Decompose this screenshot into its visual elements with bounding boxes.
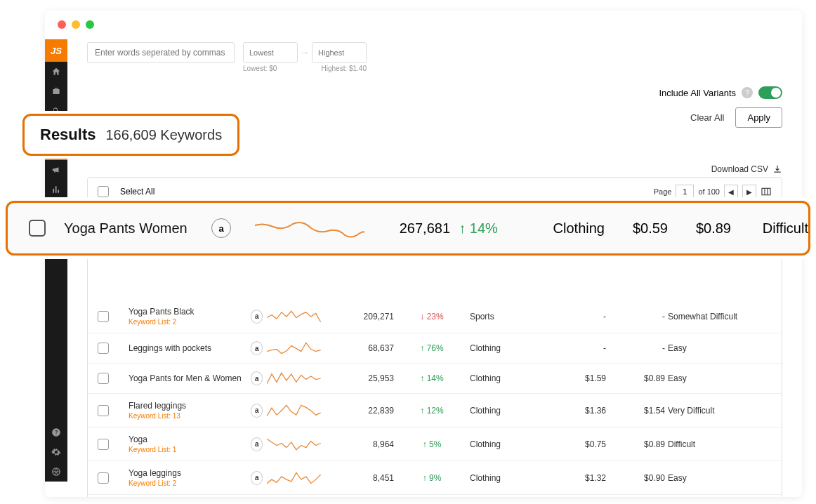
keyword-text: Yoga leggings bbox=[129, 468, 248, 478]
highest-input[interactable] bbox=[312, 42, 367, 63]
amazon-icon[interactable]: a bbox=[251, 437, 263, 451]
ppc-exact-cell: $0.59 bbox=[605, 220, 668, 237]
keyword-text: Yoga bbox=[129, 435, 248, 444]
row-checkbox[interactable] bbox=[98, 472, 109, 484]
table-row: Yoga Pants for Men & Womena25,953↑ 14%Cl… bbox=[88, 364, 782, 394]
ppc-exact-cell: - bbox=[550, 312, 606, 321]
table-row: Leggings with pocketsa68,637↑ 76%Clothin… bbox=[88, 333, 782, 364]
ease-cell: Somewhat Difficult bbox=[668, 312, 738, 321]
amazon-icon[interactable]: a bbox=[211, 218, 231, 238]
table-row: Flared leggingsKeyword List: 13a22,839↑ … bbox=[88, 394, 782, 427]
volume-cell: 8,964 bbox=[324, 439, 394, 449]
briefcase-icon[interactable] bbox=[45, 81, 67, 101]
select-all-checkbox[interactable] bbox=[98, 186, 109, 197]
page-of: of 100 bbox=[698, 187, 720, 196]
volume-cell: 8,451 bbox=[324, 473, 394, 483]
page-label: Page bbox=[654, 187, 672, 196]
words-input[interactable] bbox=[87, 42, 235, 63]
amazon-icon[interactable]: a bbox=[251, 341, 263, 355]
minimize-icon[interactable] bbox=[72, 20, 80, 29]
category-cell: Clothing bbox=[470, 406, 547, 416]
arrow-right-icon: → bbox=[301, 48, 309, 58]
category-cell: Clothing bbox=[470, 373, 547, 383]
keyword-text: Leggings with pockets bbox=[129, 343, 248, 353]
ease-cell: Very Difficult bbox=[668, 406, 738, 416]
lowest-input[interactable] bbox=[243, 42, 298, 63]
ppc-broad-cell: $0.90 bbox=[609, 473, 665, 483]
sparkline bbox=[267, 437, 321, 452]
results-title: Results bbox=[40, 126, 96, 144]
table-row: YogaKeyword List: 1a8,964↑ 5%Clothing$0.… bbox=[88, 427, 782, 461]
keyword-text: Yoga Pants Black bbox=[129, 307, 248, 317]
keyword-cell: Flared leggingsKeyword List: 13 bbox=[129, 401, 248, 420]
category-cell: Clothing bbox=[470, 343, 547, 353]
variants-toggle[interactable] bbox=[758, 86, 782, 99]
ppc-exact-cell: - bbox=[550, 343, 606, 353]
ppc-exact-cell: $0.75 bbox=[550, 439, 606, 449]
page-input[interactable] bbox=[676, 185, 694, 199]
volume-cell: 68,637 bbox=[324, 343, 394, 353]
trend-cell: ↑ 14% bbox=[450, 220, 506, 237]
sparkline bbox=[267, 470, 321, 486]
ease-cell: Difficult bbox=[731, 220, 808, 237]
keyword-cell: Leggings with pockets bbox=[129, 343, 248, 353]
home-icon[interactable] bbox=[45, 62, 67, 81]
help-icon[interactable]: ? bbox=[742, 87, 753, 98]
ppc-broad-cell: $1.54 bbox=[609, 406, 665, 416]
keyword-cell: YogaKeyword List: 1 bbox=[129, 435, 248, 453]
ppc-broad-cell: - bbox=[609, 312, 665, 321]
keyword-text: Flared leggings bbox=[129, 401, 248, 411]
amazon-icon[interactable]: a bbox=[251, 371, 263, 385]
maximize-icon[interactable] bbox=[86, 20, 94, 29]
prev-page-button[interactable]: ◀ bbox=[724, 185, 738, 199]
gear-icon[interactable] bbox=[45, 442, 67, 462]
sparkline bbox=[267, 403, 321, 418]
ppc-exact-cell: $1.32 bbox=[550, 473, 606, 483]
ppc-broad-cell: $0.89 bbox=[609, 439, 665, 449]
next-page-button[interactable]: ▶ bbox=[742, 185, 756, 199]
keyword-cell: Yoga leggingsKeyword List: 2 bbox=[129, 468, 248, 487]
close-icon[interactable] bbox=[58, 20, 66, 29]
clear-all-link[interactable]: Clear All bbox=[690, 112, 724, 123]
amazon-icon[interactable]: a bbox=[251, 310, 263, 324]
chart-icon[interactable] bbox=[45, 180, 67, 199]
ease-cell: Easy bbox=[668, 373, 738, 383]
ppc-broad-cell: $0.89 bbox=[668, 220, 731, 237]
amazon-icon[interactable]: a bbox=[251, 471, 263, 485]
columns-config-icon[interactable] bbox=[761, 186, 772, 197]
category-cell: Sports bbox=[470, 312, 547, 321]
app-logo[interactable]: JS bbox=[45, 39, 67, 62]
highest-label: Highest: $1.40 bbox=[322, 65, 367, 72]
apply-button[interactable]: Apply bbox=[735, 107, 782, 128]
aperture-icon[interactable] bbox=[45, 462, 67, 482]
trend-cell: ↑ 12% bbox=[397, 406, 467, 416]
highlighted-row: Yoga Pants Women a 267,681 ↑ 14% Clothin… bbox=[6, 201, 810, 256]
sparkline bbox=[267, 309, 321, 324]
variants-label: Include All Variants bbox=[659, 88, 736, 98]
volume-cell: 209,271 bbox=[324, 312, 394, 321]
download-row: Download CSV bbox=[87, 164, 782, 174]
table-row: High waisted pantsa5,887↑ 10%Clothing$0.… bbox=[88, 495, 782, 497]
select-all-label: Select All bbox=[120, 187, 154, 197]
ppc-exact-cell: $1.59 bbox=[550, 373, 606, 383]
download-csv-link[interactable]: Download CSV bbox=[711, 164, 782, 174]
keyword-list-label: Keyword List: 2 bbox=[129, 479, 248, 487]
row-checkbox[interactable] bbox=[29, 220, 46, 237]
ppc-broad-cell: - bbox=[609, 343, 665, 353]
results-badge: Results 166,609 Keywords bbox=[22, 114, 239, 156]
row-checkbox[interactable] bbox=[98, 311, 109, 322]
ppc-broad-cell: $0.89 bbox=[609, 373, 665, 383]
keyword-cell: Yoga Pants for Men & Women bbox=[129, 373, 248, 383]
amazon-icon[interactable]: a bbox=[251, 404, 263, 418]
row-checkbox[interactable] bbox=[98, 439, 109, 450]
variants-row: Include All Variants ? bbox=[87, 86, 782, 99]
table-row: Yoga Pants BlackKeyword List: 2a209,271↓… bbox=[88, 300, 782, 333]
row-checkbox[interactable] bbox=[98, 343, 109, 354]
row-checkbox[interactable] bbox=[98, 373, 109, 384]
sparkline bbox=[267, 371, 321, 386]
range-filter: → Lowest: $0 Highest: $1.40 bbox=[243, 42, 367, 72]
keyword-text: Yoga Pants for Men & Women bbox=[129, 373, 248, 383]
row-checkbox[interactable] bbox=[98, 405, 109, 416]
help-icon[interactable] bbox=[45, 423, 67, 442]
megaphone-icon[interactable] bbox=[45, 160, 67, 180]
